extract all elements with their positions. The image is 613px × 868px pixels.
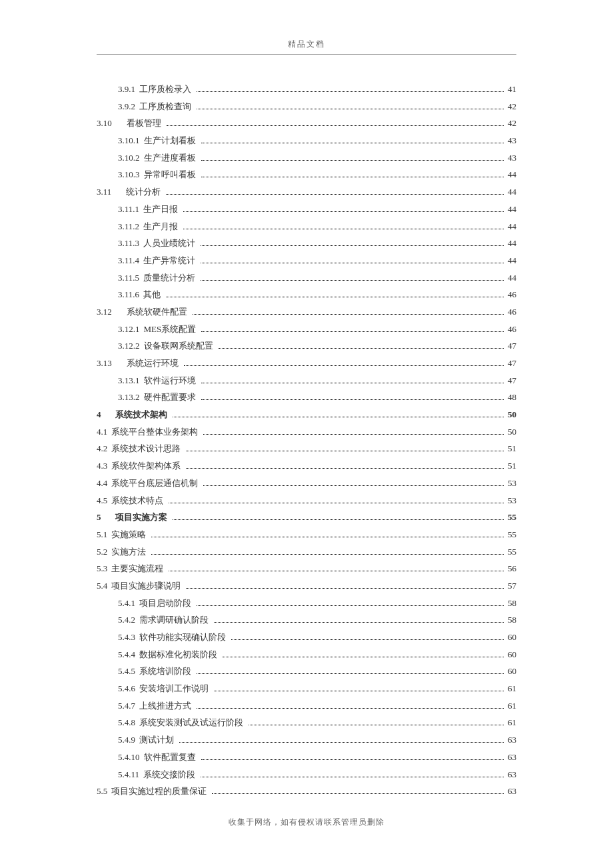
- toc-leader-dots: [186, 588, 504, 589]
- toc-entry[interactable]: 5.2实施方法55: [97, 544, 516, 561]
- toc-entry-page: 55: [508, 509, 516, 526]
- toc-entry-label: 系统培训阶段: [139, 663, 191, 680]
- toc-entry[interactable]: 3.13系统运行环境47: [97, 355, 516, 372]
- toc-leader-dots: [201, 331, 504, 332]
- toc-entry-page: 61: [508, 681, 516, 697]
- toc-entry-label: 实施方法: [111, 544, 146, 561]
- toc-entry[interactable]: 3.11.1生产日报44: [97, 201, 516, 218]
- toc-leader-dots: [201, 280, 504, 281]
- toc-entry[interactable]: 5.1实施策略55: [97, 527, 516, 543]
- toc-entry-label: 测试计划: [139, 732, 174, 749]
- toc-entry[interactable]: 5.4.3软件功能实现确认阶段60: [97, 629, 516, 646]
- toc-entry-label: 系统安装测试及试运行阶段: [139, 715, 243, 731]
- toc-entry-page: 55: [508, 527, 516, 543]
- toc-entry[interactable]: 5.4.6安装培训工作说明61: [97, 681, 516, 697]
- toc-entry[interactable]: 4.3系统软件架构体系51: [97, 458, 516, 475]
- toc-entry-number: 3.12: [97, 304, 112, 321]
- toc-entry-number: 5.4: [97, 578, 107, 595]
- toc-leader-dots: [201, 263, 504, 263]
- toc-entry-page: 44: [508, 235, 516, 252]
- toc-entry[interactable]: 3.10.1生产计划看板43: [97, 133, 516, 149]
- toc-entry-page: 44: [508, 184, 516, 201]
- toc-entry-number: 3.12.2: [118, 338, 140, 355]
- toc-entry-label: 异常呼叫看板: [144, 167, 196, 183]
- toc-entry[interactable]: 5.4.8系统安装测试及试运行阶段61: [97, 715, 516, 731]
- toc-entry-label: 工序质检查询: [139, 99, 191, 115]
- toc-entry-number: 4.1: [97, 424, 107, 441]
- toc-entry[interactable]: 4.5系统技术特点53: [97, 493, 516, 509]
- toc-entry[interactable]: 5.4.1项目启动阶段58: [97, 595, 516, 612]
- toc-entry[interactable]: 3.11.4生产异常统计44: [97, 253, 516, 269]
- toc-entry[interactable]: 3.9.2工序质检查询42: [97, 99, 516, 115]
- toc-entry[interactable]: 4.1系统平台整体业务架构50: [97, 424, 516, 441]
- toc-entry-page: 51: [508, 458, 516, 475]
- toc-entry-page: 42: [508, 115, 516, 132]
- toc-entry[interactable]: 3.12.2设备联网系统配置47: [97, 338, 516, 355]
- toc-entry-page: 63: [508, 732, 516, 749]
- toc-entry-number: 3.11.3: [118, 235, 139, 252]
- toc-entry-label: 生产进度看板: [144, 150, 196, 167]
- toc-entry[interactable]: 3.10.2生产进度看板43: [97, 150, 516, 167]
- toc-entry-number: 5.2: [97, 544, 107, 561]
- toc-leader-dots: [166, 194, 504, 195]
- toc-entry[interactable]: 4.4系统平台底层通信机制53: [97, 475, 516, 492]
- toc-entry-number: 4.5: [97, 493, 107, 509]
- toc-entry-label: 软件功能实现确认阶段: [139, 629, 226, 646]
- toc-leader-dots: [223, 657, 504, 657]
- toc-entry[interactable]: 5.4.9测试计划63: [97, 732, 516, 749]
- toc-entry[interactable]: 3.11.6其他46: [97, 287, 516, 303]
- toc-entry-label: 项目实施步骤说明: [111, 578, 181, 595]
- toc-entry[interactable]: 5.4.5系统培训阶段60: [97, 663, 516, 680]
- toc-entry[interactable]: 3.10.3异常呼叫看板44: [97, 167, 516, 183]
- toc-entry-label: 硬件配置要求: [144, 389, 196, 406]
- toc-entry[interactable]: 5.4.7上线推进方式61: [97, 698, 516, 715]
- toc-entry[interactable]: 5.4.10软件配置复查63: [97, 749, 516, 766]
- toc-leader-dots: [186, 451, 504, 451]
- toc-entry-number: 3.9.2: [118, 99, 135, 115]
- toc-entry-number: 5.3: [97, 561, 107, 577]
- toc-entry[interactable]: 5.3主要实施流程56: [97, 561, 516, 577]
- toc-entry[interactable]: 5.4.11系统交接阶段63: [97, 767, 516, 783]
- toc-leader-dots: [173, 417, 504, 417]
- toc-entry[interactable]: 3.11.2生产月报44: [97, 219, 516, 235]
- toc-entry-number: 3.9.1: [118, 81, 135, 98]
- toc-entry[interactable]: 4系统技术架构50: [97, 407, 516, 423]
- toc-entry[interactable]: 3.13.1软件运行环境47: [97, 373, 516, 389]
- toc-leader-dots: [197, 673, 504, 674]
- toc-entry[interactable]: 3.10看板管理42: [97, 115, 516, 132]
- toc-entry-number: 5.4.11: [118, 767, 139, 783]
- toc-leader-dots: [193, 314, 504, 315]
- toc-entry-page: 63: [508, 767, 516, 783]
- toc-entry-label: 人员业绩统计: [143, 235, 195, 252]
- toc-entry[interactable]: 5.5项目实施过程的质量保证63: [97, 783, 516, 800]
- toc-entry-page: 61: [508, 715, 516, 731]
- toc-entry[interactable]: 5.4.4数据标准化初装阶段60: [97, 647, 516, 663]
- toc-entry[interactable]: 3.11统计分析44: [97, 184, 516, 201]
- toc-entry[interactable]: 3.13.2硬件配置要求48: [97, 389, 516, 406]
- toc-entry-number: 4.3: [97, 458, 107, 475]
- toc-leader-dots: [183, 229, 504, 229]
- toc-entry[interactable]: 3.11.5质量统计分析44: [97, 270, 516, 287]
- toc-entry-number: 3.11.4: [118, 253, 139, 269]
- toc-entry-page: 46: [508, 287, 516, 303]
- toc-entry-number: 5.4.2: [118, 612, 135, 629]
- toc-entry[interactable]: 5项目实施方案55: [97, 509, 516, 526]
- toc-entry[interactable]: 3.11.3人员业绩统计44: [97, 235, 516, 252]
- toc-entry-label: 项目启动阶段: [139, 595, 191, 612]
- toc-entry-page: 63: [508, 749, 516, 766]
- toc-entry-page: 56: [508, 561, 516, 577]
- toc-entry[interactable]: 4.2系统技术设计思路51: [97, 441, 516, 457]
- toc-entry-number: 5.4.8: [118, 715, 135, 731]
- toc-entry-label: 其他: [143, 287, 161, 303]
- toc-entry[interactable]: 5.4项目实施步骤说明57: [97, 578, 516, 595]
- toc-entry[interactable]: 5.4.2需求调研确认阶段58: [97, 612, 516, 629]
- toc-leader-dots: [169, 571, 504, 571]
- toc-entry-number: 5.5: [97, 783, 107, 800]
- toc-entry[interactable]: 3.9.1工序质检录入41: [97, 81, 516, 98]
- toc-entry-number: 3.13: [97, 355, 112, 372]
- toc-entry[interactable]: 3.12系统软硬件配置46: [97, 304, 516, 321]
- toc-entry-number: 3.13.1: [118, 373, 140, 389]
- toc-entry-page: 61: [508, 698, 516, 715]
- toc-entry-label: 数据标准化初装阶段: [139, 647, 217, 663]
- toc-entry[interactable]: 3.12.1MES系统配置46: [97, 321, 516, 338]
